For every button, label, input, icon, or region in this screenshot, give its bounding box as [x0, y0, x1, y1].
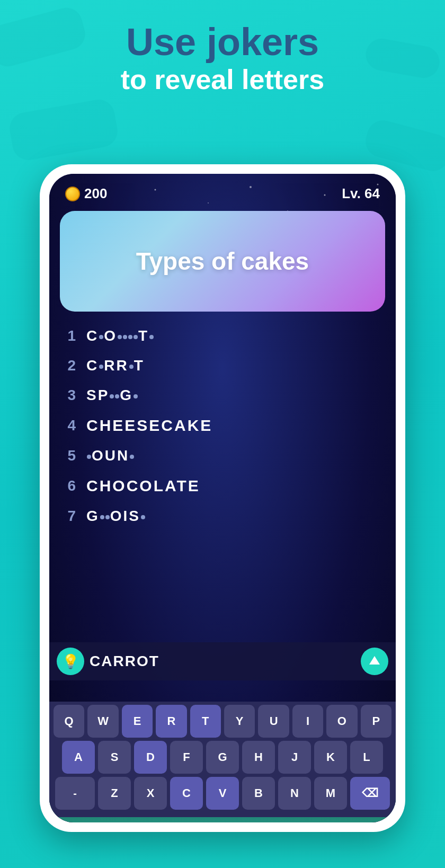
word-number-5: 5 — [60, 447, 76, 464]
category-card: Types of cakes — [60, 211, 385, 312]
word-input[interactable] — [90, 653, 355, 670]
word-number-4: 4 — [60, 417, 76, 434]
word-pattern-4: CHEESECAKE — [86, 417, 212, 435]
backspace-key[interactable]: ⌫ — [350, 777, 390, 810]
key-u[interactable]: U — [258, 705, 289, 738]
submit-button[interactable] — [361, 648, 388, 675]
word-number-3: 3 — [60, 387, 76, 404]
keyboard: Q W E R T Y U I O P A S D F G H J K L — [49, 702, 396, 817]
key-dash[interactable]: - — [55, 777, 95, 810]
phone-screen: 200 Lv. 64 Types of cakes 1 COT 2 CRRT 3… — [49, 174, 396, 822]
key-w[interactable]: W — [87, 705, 118, 738]
word-row-6: 6 CHOCOLATE — [60, 471, 385, 501]
word-row-7: 7 GOIS — [60, 501, 385, 531]
key-t[interactable]: T — [190, 705, 221, 738]
word-number-6: 6 — [60, 477, 76, 494]
key-h[interactable]: H — [242, 741, 275, 774]
word-row-1: 1 COT — [60, 321, 385, 351]
word-number-7: 7 — [60, 508, 76, 525]
keyboard-row-3: - Z X C V B N M ⌫ — [54, 777, 391, 810]
word-pattern-6: CHOCOLATE — [86, 477, 200, 495]
bulb-icon: 💡 — [62, 653, 79, 670]
word-pattern-3: SPG — [86, 387, 138, 404]
word-row-5: 5 OUN — [60, 441, 385, 471]
key-v[interactable]: V — [206, 777, 239, 810]
phone-frame: 200 Lv. 64 Types of cakes 1 COT 2 CRRT 3… — [40, 164, 405, 832]
key-g[interactable]: G — [206, 741, 239, 774]
header-line1: Use jokers — [0, 21, 445, 63]
word-row-2: 2 CRRT — [60, 351, 385, 380]
key-p[interactable]: P — [361, 705, 391, 738]
key-s[interactable]: S — [98, 741, 131, 774]
input-area: 💡 — [49, 642, 396, 680]
svg-marker-15 — [369, 656, 380, 665]
header-area: Use jokers to reveal letters — [0, 21, 445, 96]
key-z[interactable]: Z — [98, 777, 131, 810]
word-number-2: 2 — [60, 357, 76, 374]
word-number-1: 1 — [60, 327, 76, 344]
key-r[interactable]: R — [156, 705, 186, 738]
key-o[interactable]: O — [326, 705, 357, 738]
coin-icon — [65, 187, 80, 201]
key-x[interactable]: X — [134, 777, 167, 810]
svg-point-3 — [208, 202, 209, 203]
key-e[interactable]: E — [122, 705, 153, 738]
word-list: 1 COT 2 CRRT 3 SPG 4 CHEESECAKE 5 OUN 6 — [60, 321, 385, 531]
key-f[interactable]: F — [170, 741, 203, 774]
keyboard-row-2: A S D F G H J K L — [54, 741, 391, 774]
key-k[interactable]: K — [314, 741, 347, 774]
key-a[interactable]: A — [62, 741, 95, 774]
word-pattern-5: OUN — [86, 447, 135, 464]
category-title: Types of cakes — [126, 247, 319, 276]
keyboard-row-1: Q W E R T Y U I O P — [54, 705, 391, 738]
key-l[interactable]: L — [350, 741, 383, 774]
hint-button[interactable]: 💡 — [57, 648, 84, 675]
word-row-4: 4 CHEESECAKE — [60, 410, 385, 441]
coins-area: 200 — [65, 185, 107, 202]
key-y[interactable]: Y — [224, 705, 255, 738]
key-d[interactable]: D — [134, 741, 167, 774]
top-bar: 200 Lv. 64 — [49, 185, 396, 202]
key-c[interactable]: C — [170, 777, 203, 810]
coins-count: 200 — [84, 185, 107, 202]
level-display: Lv. 64 — [342, 185, 380, 202]
key-i[interactable]: I — [292, 705, 323, 738]
word-pattern-2: CRRT — [86, 357, 145, 374]
word-pattern-7: GOIS — [86, 508, 146, 525]
word-pattern-1: COT — [86, 327, 154, 344]
arrow-up-icon — [367, 654, 382, 669]
key-q[interactable]: Q — [54, 705, 84, 738]
word-row-3: 3 SPG — [60, 380, 385, 410]
key-m[interactable]: M — [314, 777, 347, 810]
header-line2: to reveal letters — [0, 63, 445, 96]
key-j[interactable]: J — [278, 741, 311, 774]
key-n[interactable]: N — [278, 777, 311, 810]
key-b[interactable]: B — [242, 777, 275, 810]
